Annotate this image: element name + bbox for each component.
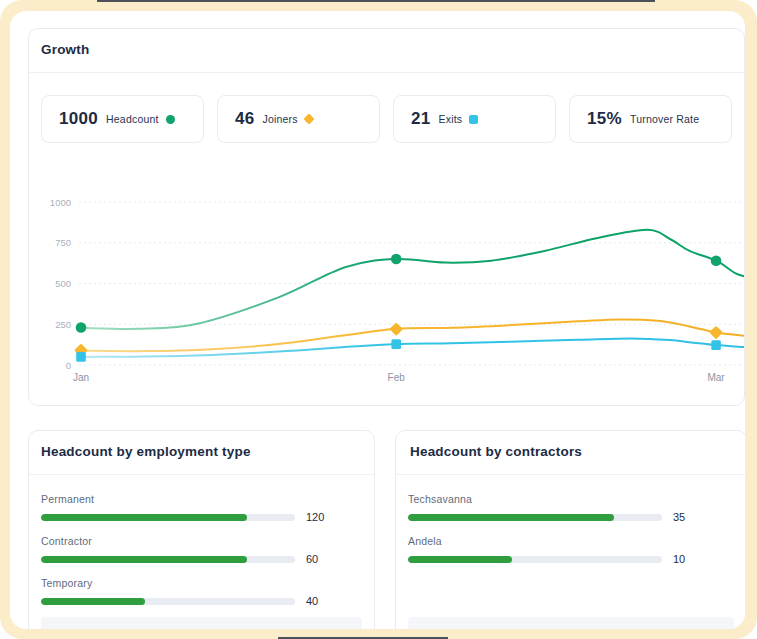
bar-track [408,514,662,521]
bar-fill [41,598,145,605]
stat-label: Joiners [263,113,298,125]
bar-label: Contractor [41,535,362,547]
bar-label: Andela [408,535,734,547]
y-axis-tick-label: 250 [55,319,71,330]
y-axis-tick-label: 0 [66,360,71,371]
stat-label: Turnover Rate [630,113,699,125]
bar-line: 35 [408,511,734,523]
x-axis-label: Jan [73,372,89,383]
contractors-bars: Techsavanna 35 Andela 10 [408,493,734,577]
stat-label: Exits [439,113,463,125]
stat-card: 21 Exits [393,95,556,143]
app-frame: Growth 1000 Headcount 46 Joiners 21 Exit… [0,0,757,639]
y-axis-tick-label: 1000 [50,197,71,208]
bar-line: 10 [408,553,734,565]
bar-label: Techsavanna [408,493,734,505]
headcount-marker [711,255,722,266]
joiners-marker [74,344,88,358]
bar-track [41,598,295,605]
stat-value: 21 [411,109,431,129]
exits-marker [711,340,721,350]
headcount-marker [391,254,402,265]
bar-track [41,556,295,563]
stat-value: 15% [587,109,622,129]
bar-value: 35 [673,511,699,523]
joiners-marker [709,326,723,340]
stat-card: 46 Joiners [217,95,380,143]
employment-type-card-title: Headcount by employment type [41,444,251,459]
stat-value: 46 [235,109,255,129]
diamond-icon [303,113,314,124]
stat-card: 1000 Headcount [41,95,204,143]
bar-value: 10 [673,553,699,565]
joiners-marker [389,322,403,336]
exits-marker [76,352,86,362]
headcount-line [81,230,744,329]
bar-value: 60 [306,553,332,565]
bar-fill [41,556,247,563]
headcount-marker [76,322,87,333]
employment-type-card: Headcount by employment type Permanent 1… [28,430,375,629]
circle-icon [166,115,175,124]
y-axis-tick-label: 500 [55,278,71,289]
screen-edge-artifact-top [97,0,655,2]
bar-value: 120 [306,511,332,523]
bar-line: 40 [41,595,362,607]
x-axis-label: Mar [707,372,725,383]
employment-type-bars: Permanent 120 Contractor 60 Temporary 40 [41,493,362,619]
divider [29,72,744,73]
bar-fill [41,514,247,521]
stats-row: 1000 Headcount 46 Joiners 21 Exits 15% T… [41,95,732,143]
x-axis-label: Feb [388,372,406,383]
growth-card: Growth 1000 Headcount 46 Joiners 21 Exit… [28,28,745,406]
growth-line-chart: 02505007501000JanFebMar [29,29,744,405]
stat-card: 15% Turnover Rate [569,95,732,143]
growth-card-title: Growth [41,42,89,57]
square-icon [469,115,478,124]
bar-label: Permanent [41,493,362,505]
contractors-card: Headcount by contractors Techsavanna 35 … [395,430,745,629]
bar-fill [408,514,614,521]
joiners-line [81,319,744,351]
bar-row: Permanent 120 [41,493,362,523]
card-footer [41,617,362,629]
divider [29,474,374,475]
bar-value: 40 [306,595,332,607]
stat-value: 1000 [59,109,98,129]
bar-line: 60 [41,553,362,565]
bar-fill [408,556,512,563]
bar-track [408,556,662,563]
bar-label: Temporary [41,577,362,589]
bar-row: Techsavanna 35 [408,493,734,523]
stat-label: Headcount [106,113,159,125]
bar-row: Temporary 40 [41,577,362,607]
y-axis-tick-label: 750 [55,237,71,248]
dashboard-page: Growth 1000 Headcount 46 Joiners 21 Exit… [10,11,745,629]
bar-row: Contractor 60 [41,535,362,565]
card-footer [408,617,734,629]
exits-marker [391,339,401,349]
divider [396,474,745,475]
exits-line [81,338,744,357]
bar-line: 120 [41,511,362,523]
bar-track [41,514,295,521]
contractors-card-title: Headcount by contractors [410,444,582,459]
bar-row: Andela 10 [408,535,734,565]
